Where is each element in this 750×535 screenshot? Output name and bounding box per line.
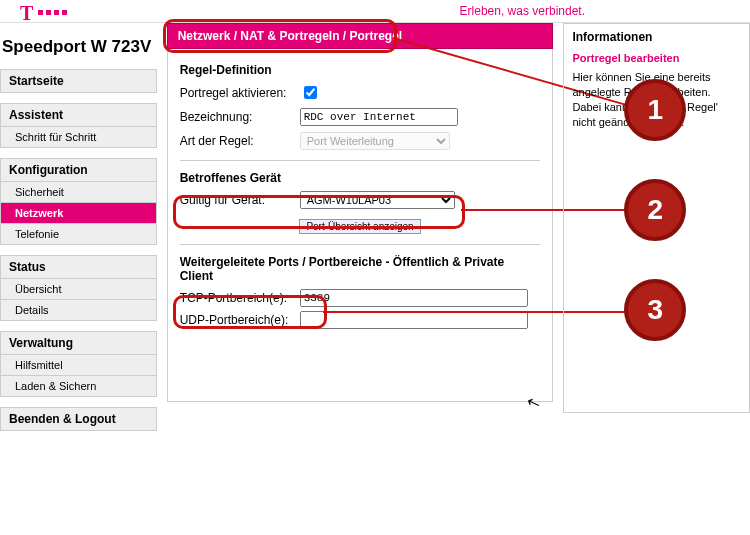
- sidebar-item-sicherheit[interactable]: Sicherheit: [0, 182, 157, 203]
- device-title: Speedport W 723V: [0, 29, 157, 69]
- sidebar: Speedport W 723V Startseite Assistent Sc…: [0, 23, 157, 441]
- sidebar-item-schritt[interactable]: Schritt für Schritt: [0, 127, 157, 148]
- device-select[interactable]: AGM-W10LAP03: [300, 191, 455, 209]
- tcp-label: TCP-Portbereich(e):: [180, 291, 300, 305]
- info-panel: Informationen Portregel bearbeiten Hier …: [563, 23, 750, 413]
- description-input[interactable]: [300, 108, 458, 126]
- annotation-badge-2: 2: [624, 179, 686, 241]
- sidebar-item-logout[interactable]: Beenden & Logout: [0, 407, 157, 431]
- info-heading: Informationen: [572, 30, 741, 44]
- sidebar-item-start[interactable]: Startseite: [0, 69, 157, 93]
- port-overview-button[interactable]: Port-Übersicht anzeigen: [299, 219, 420, 234]
- top-bar: T Erleben, was verbindet.: [0, 0, 750, 23]
- section-ports: Weitergeleitete Ports / Portbereiche - Ö…: [180, 255, 541, 283]
- sidebar-item-telefonie[interactable]: Telefonie: [0, 224, 157, 245]
- tcp-port-input[interactable]: [300, 289, 528, 307]
- info-text: Hier können Sie eine bereits angelegte R…: [572, 70, 741, 130]
- udp-port-input[interactable]: [300, 311, 528, 329]
- rule-type-select[interactable]: Port Weiterleitung: [300, 132, 450, 150]
- main-panel: Netzwerk / NAT & Portregeln / Portregel …: [167, 23, 554, 402]
- sidebar-item-status[interactable]: Status: [0, 255, 157, 279]
- sidebar-item-verwaltung[interactable]: Verwaltung: [0, 331, 157, 355]
- sidebar-item-konfiguration[interactable]: Konfiguration: [0, 158, 157, 182]
- info-subheading: Portregel bearbeiten: [572, 52, 741, 64]
- sidebar-item-assistent[interactable]: Assistent: [0, 103, 157, 127]
- tagline: Erleben, was verbindet.: [460, 4, 585, 18]
- device-label: Gültig für Gerät:: [180, 193, 300, 207]
- activate-label: Portregel aktivieren:: [180, 86, 300, 100]
- activate-checkbox[interactable]: [304, 86, 317, 99]
- udp-label: UDP-Portbereich(e):: [180, 313, 300, 327]
- sidebar-item-uebersicht[interactable]: Übersicht: [0, 279, 157, 300]
- sidebar-item-hilfsmittel[interactable]: Hilfsmittel: [0, 355, 157, 376]
- breadcrumb: Netzwerk / NAT & Portregeln / Portregel: [167, 23, 554, 49]
- telekom-logo: T: [20, 2, 33, 25]
- telekom-dots-icon: [38, 10, 67, 15]
- rule-type-label: Art der Regel:: [180, 134, 300, 148]
- annotation-badge-3: 3: [624, 279, 686, 341]
- section-rule-def: Regel-Definition: [180, 63, 541, 77]
- sidebar-item-details[interactable]: Details: [0, 300, 157, 321]
- description-label: Bezeichnung:: [180, 110, 300, 124]
- sidebar-item-laden-sichern[interactable]: Laden & Sichern: [0, 376, 157, 397]
- sidebar-item-netzwerk[interactable]: Netzwerk: [0, 203, 157, 224]
- section-device: Betroffenes Gerät: [180, 171, 541, 185]
